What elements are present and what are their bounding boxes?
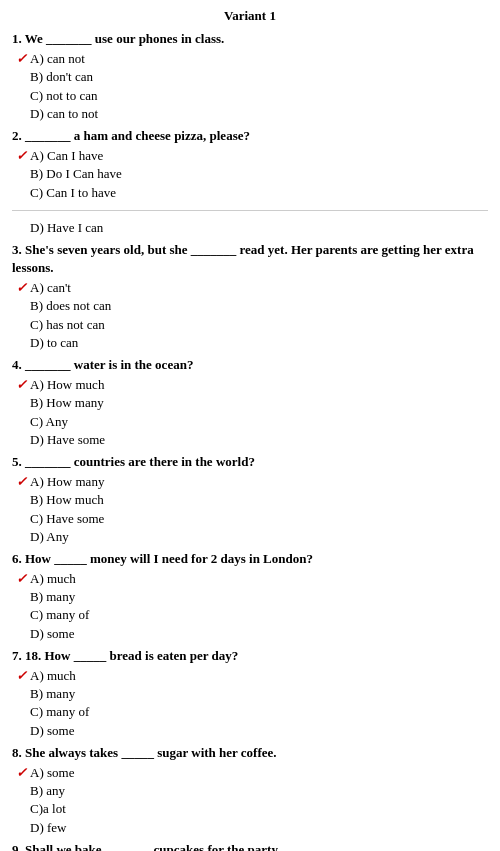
- option: ✓D) to can: [12, 334, 488, 352]
- option-label: D) can to not: [30, 105, 98, 123]
- option: ✓A) some: [12, 764, 488, 782]
- option-label: D) some: [30, 722, 74, 740]
- correct-tick: ✓: [16, 473, 28, 491]
- option: ✓B) many: [12, 588, 488, 606]
- option: ✓B) any: [12, 782, 488, 800]
- option-label: C)a lot: [30, 800, 66, 818]
- option: ✓B) don't can: [12, 68, 488, 86]
- option: ✓C) Can I to have: [12, 184, 488, 202]
- option: ✓C) many of: [12, 606, 488, 624]
- option: ✓D) can to not: [12, 105, 488, 123]
- option-label: C) not to can: [30, 87, 98, 105]
- option-label: B) does not can: [30, 297, 111, 315]
- question-text: 1. We _______ use our phones in class.: [12, 30, 488, 48]
- option: ✓C) Have some: [12, 510, 488, 528]
- option: ✓A) much: [12, 570, 488, 588]
- question-block: 1. We _______ use our phones in class.✓A…: [12, 30, 488, 123]
- question-block: 8. She always takes _____ sugar with her…: [12, 744, 488, 837]
- correct-tick: ✓: [16, 376, 28, 394]
- option: ✓A) How much: [12, 376, 488, 394]
- option-label: D) Any: [30, 528, 69, 546]
- section-divider: [12, 210, 488, 211]
- correct-tick: ✓: [16, 147, 28, 165]
- correct-tick: ✓: [16, 667, 28, 685]
- question-block: 6. How _____ money will I need for 2 day…: [12, 550, 488, 643]
- question-text: 9. Shall we bake _______ cupcakes for th…: [12, 841, 488, 851]
- option: ✓D) some: [12, 722, 488, 740]
- question-text: 4. _______ water is in the ocean?: [12, 356, 488, 374]
- option: ✓D) some: [12, 625, 488, 643]
- option-label: A) How many: [30, 473, 104, 491]
- option-label: C) Any: [30, 413, 68, 431]
- question-text: 8. She always takes _____ sugar with her…: [12, 744, 488, 762]
- option: ✓D) few: [12, 819, 488, 837]
- question-text: 2. _______ a ham and cheese pizza, pleas…: [12, 127, 488, 145]
- option: ✓B) How much: [12, 491, 488, 509]
- option: ✓C) Any: [12, 413, 488, 431]
- option: ✓D) Have some: [12, 431, 488, 449]
- option: ✓C) many of: [12, 703, 488, 721]
- option: ✓C) has not can: [12, 316, 488, 334]
- option-label: D) Have some: [30, 431, 105, 449]
- option: ✓D) Have I can: [12, 219, 488, 237]
- option-label: C) many of: [30, 703, 89, 721]
- option-label: A) can't: [30, 279, 71, 297]
- option-label: A) some: [30, 764, 74, 782]
- option: ✓B) many: [12, 685, 488, 703]
- question-text: 6. How _____ money will I need for 2 day…: [12, 550, 488, 568]
- correct-tick: ✓: [16, 570, 28, 588]
- option-label: B) How much: [30, 491, 104, 509]
- option: ✓A) can not: [12, 50, 488, 68]
- option-label: B) How many: [30, 394, 104, 412]
- option-label: B) Do I Can have: [30, 165, 122, 183]
- option-label: A) much: [30, 570, 76, 588]
- correct-tick: ✓: [16, 279, 28, 297]
- correct-tick: ✓: [16, 50, 28, 68]
- question-block: 7. 18. How _____ bread is eaten per day?…: [12, 647, 488, 740]
- option-label: D) Have I can: [30, 219, 103, 237]
- option-label: C) Can I to have: [30, 184, 116, 202]
- question-block: 4. _______ water is in the ocean?✓A) How…: [12, 356, 488, 449]
- option: ✓B) How many: [12, 394, 488, 412]
- option: ✓D) Any: [12, 528, 488, 546]
- option-label: D) to can: [30, 334, 78, 352]
- question-block: ✓D) Have I can: [12, 219, 488, 237]
- option-label: A) much: [30, 667, 76, 685]
- option: ✓C)a lot: [12, 800, 488, 818]
- option-label: C) many of: [30, 606, 89, 624]
- question-text: 7. 18. How _____ bread is eaten per day?: [12, 647, 488, 665]
- option-label: A) How much: [30, 376, 104, 394]
- option-label: A) Can I have: [30, 147, 103, 165]
- question-block: 3. She's seven years old, but she ______…: [12, 241, 488, 352]
- option: ✓B) does not can: [12, 297, 488, 315]
- page-title: Variant 1: [12, 8, 488, 24]
- correct-tick: ✓: [16, 764, 28, 782]
- question-text: 5. _______ countries are there in the wo…: [12, 453, 488, 471]
- option: ✓A) How many: [12, 473, 488, 491]
- option-label: A) can not: [30, 50, 85, 68]
- question-text: 3. She's seven years old, but she ______…: [12, 241, 488, 277]
- option-label: C) has not can: [30, 316, 105, 334]
- option-label: C) Have some: [30, 510, 104, 528]
- option: ✓A) Can I have: [12, 147, 488, 165]
- question-block: 5. _______ countries are there in the wo…: [12, 453, 488, 546]
- question-block: 2. _______ a ham and cheese pizza, pleas…: [12, 127, 488, 202]
- option-label: B) many: [30, 685, 75, 703]
- option-label: B) any: [30, 782, 65, 800]
- option-label: B) don't can: [30, 68, 93, 86]
- option-label: D) some: [30, 625, 74, 643]
- option: ✓A) much: [12, 667, 488, 685]
- option: ✓A) can't: [12, 279, 488, 297]
- option-label: D) few: [30, 819, 66, 837]
- question-block: 9. Shall we bake _______ cupcakes for th…: [12, 841, 488, 851]
- option: ✓B) Do I Can have: [12, 165, 488, 183]
- option-label: B) many: [30, 588, 75, 606]
- option: ✓C) not to can: [12, 87, 488, 105]
